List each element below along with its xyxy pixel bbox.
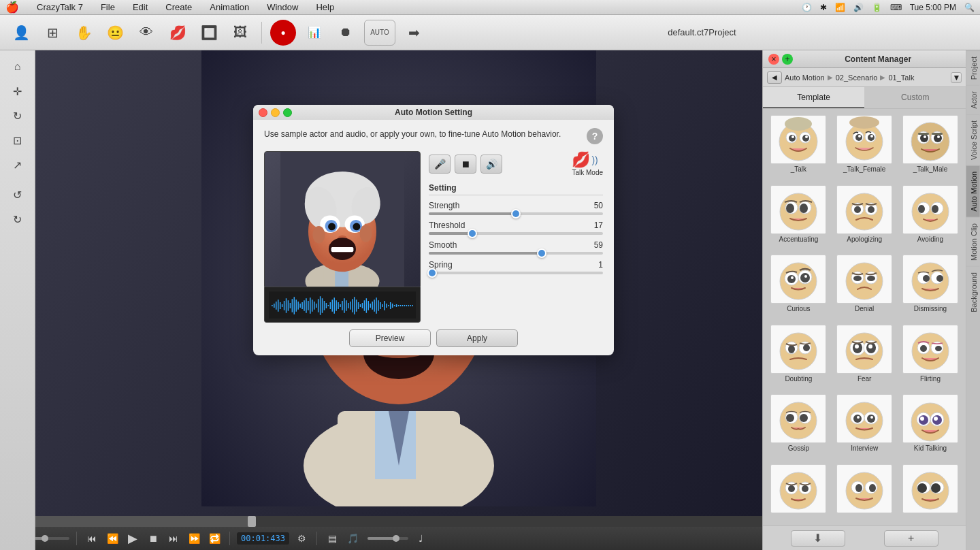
item-apologizing[interactable]: Apologizing <box>833 183 896 250</box>
threshold-slider[interactable] <box>429 232 603 235</box>
toolbar-export[interactable]: ➡ <box>401 20 427 46</box>
toolbar-record-wave[interactable]: 📊 <box>301 20 327 46</box>
audio-export-btn[interactable]: 🎵 <box>344 530 361 547</box>
tab-custom[interactable]: Custom <box>864 87 966 108</box>
smooth-thumb[interactable] <box>537 248 546 258</box>
spring-thumb[interactable] <box>427 268 437 278</box>
toolbar-image[interactable]: 🖼 <box>227 20 253 46</box>
item-denial[interactable]: Denial <box>833 253 896 320</box>
tool-redo[interactable]: ↻ <box>5 208 30 230</box>
breadcrumb-talk[interactable]: 01_Talk <box>888 74 914 82</box>
tool-zoom[interactable]: ↗ <box>5 154 30 176</box>
step-back-btn[interactable]: ⏪ <box>104 530 120 547</box>
tool-undo[interactable]: ↺ <box>5 184 30 206</box>
apply-button[interactable]: Apply <box>436 329 518 347</box>
item-kid-talking[interactable]: Kid Talking <box>899 392 962 459</box>
stop-btn[interactable]: ⏹ <box>145 530 161 547</box>
sidebar-label-actor[interactable]: Actor <box>966 85 980 114</box>
spring-slider[interactable] <box>429 272 603 274</box>
item-extra-1[interactable] <box>767 462 830 522</box>
item-accentuating[interactable]: Accentuating <box>767 183 830 250</box>
tab-template[interactable]: Template <box>763 87 864 108</box>
tool-move[interactable]: ✛ <box>5 80 30 102</box>
threshold-thumb[interactable] <box>468 229 477 238</box>
audio-btn-1[interactable]: 🎤 <box>429 155 451 174</box>
cm-add-btn[interactable]: + <box>884 530 938 547</box>
sidebar-label-background[interactable]: Background <box>966 266 980 318</box>
talk-mode-btn[interactable]: 💋 )) Talk Mode <box>572 151 603 176</box>
item-doubting[interactable]: Doubting <box>767 323 830 390</box>
dialog-maximize-btn[interactable] <box>283 108 292 117</box>
item-fear[interactable]: Fear <box>833 323 896 390</box>
sidebar-label-project[interactable]: Project <box>966 50 980 85</box>
item-extra-3[interactable] <box>899 462 962 522</box>
grid-view-btn[interactable]: ▤ <box>324 530 340 547</box>
tool-home[interactable]: ⌂ <box>5 56 30 78</box>
tool-rotate[interactable]: ↻ <box>5 105 30 127</box>
tool-scale[interactable]: ⊡ <box>5 129 30 151</box>
breadcrumb-dropdown[interactable]: ▼ <box>951 72 962 83</box>
menu-file[interactable]: File <box>98 2 118 12</box>
menu-create[interactable]: Create <box>163 2 195 12</box>
menu-window[interactable]: Window <box>264 2 301 12</box>
audio-btn-2[interactable]: ⏹ <box>455 155 476 174</box>
item-talk[interactable]: _Talk <box>767 113 830 180</box>
dialog-body: Use sample actor and audio, or apply you… <box>253 120 614 355</box>
menu-edit[interactable]: Edit <box>130 2 150 12</box>
item-extra-2[interactable] <box>833 462 896 522</box>
label-doubting: Doubting <box>785 375 812 383</box>
search-icon[interactable]: 🔍 <box>964 3 975 12</box>
menu-app[interactable]: CrazyTalk 7 <box>34 2 86 12</box>
toolbar-auto-btn[interactable]: AUTO <box>364 20 395 46</box>
toolbar-head[interactable]: 🔲 <box>196 20 222 46</box>
toolbar-eye[interactable]: 👁 <box>133 20 159 46</box>
toolbar-motion[interactable]: ✋ <box>71 20 97 46</box>
audio-btn-3[interactable]: 🔊 <box>480 155 502 174</box>
loop-btn[interactable]: 🔁 <box>206 530 223 547</box>
dialog-minimize-btn[interactable] <box>271 108 280 117</box>
breadcrumb-scenario[interactable]: 02_Scenario <box>836 74 878 82</box>
timeline-bar[interactable] <box>0 516 762 527</box>
item-avoiding[interactable]: Avoiding <box>899 183 962 250</box>
toolbar-actor[interactable]: 👤 <box>8 20 34 46</box>
item-flirting[interactable]: Flirting <box>899 323 962 390</box>
sidebar-label-auto-motion[interactable]: Auto Motion <box>966 165 980 217</box>
item-curious[interactable]: Curious <box>767 253 830 320</box>
timeline-playhead[interactable] <box>248 516 256 527</box>
toolbar-play-record[interactable]: ⏺ <box>333 20 359 46</box>
toolbar-mouth[interactable]: 💋 <box>165 20 191 46</box>
breadcrumb-back-btn[interactable]: ◀ <box>767 71 782 84</box>
smooth-slider[interactable] <box>429 252 603 255</box>
toolbar-face[interactable]: 😐 <box>102 20 128 46</box>
playback-speed-slider[interactable] <box>368 537 408 540</box>
play-btn[interactable]: ▶ <box>125 530 141 547</box>
cm-download-btn[interactable]: ⬇ <box>791 530 845 547</box>
item-dismissing[interactable]: Dismissing <box>899 253 962 320</box>
breadcrumb-auto-motion[interactable]: Auto Motion <box>785 74 825 82</box>
menu-help[interactable]: Help <box>313 2 337 12</box>
item-talk-male[interactable]: _Talk_Male <box>899 113 962 180</box>
strength-slider[interactable] <box>429 212 603 215</box>
settings-btn[interactable]: ⚙ <box>293 530 310 547</box>
help-button[interactable]: ? <box>587 128 603 144</box>
cm-close-btn[interactable]: × <box>768 54 779 65</box>
item-interview[interactable]: Interview <box>833 392 896 459</box>
volume-thumb[interactable] <box>42 535 48 542</box>
toolbar-record-btn[interactable]: ● <box>270 20 296 46</box>
apple-menu[interactable]: 🍎 <box>5 1 19 14</box>
label-accentuating: Accentuating <box>779 236 818 243</box>
item-gossip[interactable]: Gossip <box>767 392 830 459</box>
step-forward-btn[interactable]: ⏩ <box>186 530 202 547</box>
menu-animation[interactable]: Animation <box>207 2 252 12</box>
sidebar-label-motion-clip[interactable]: Motion Clip <box>966 217 980 266</box>
strength-thumb[interactable] <box>511 209 521 219</box>
preview-button[interactable]: Preview <box>349 329 431 347</box>
skip-start-btn[interactable]: ⏮ <box>84 530 100 547</box>
dialog-close-btn[interactable] <box>259 108 267 117</box>
cm-minimize-btn[interactable]: + <box>782 54 793 65</box>
sidebar-label-voice-script[interactable]: Voice Script <box>966 114 980 165</box>
item-talk-female[interactable]: _Talk_Female <box>833 113 896 180</box>
skip-end-btn[interactable]: ⏭ <box>165 530 182 547</box>
speed-thumb[interactable] <box>393 535 399 542</box>
toolbar-grid[interactable]: ⊞ <box>39 20 65 46</box>
